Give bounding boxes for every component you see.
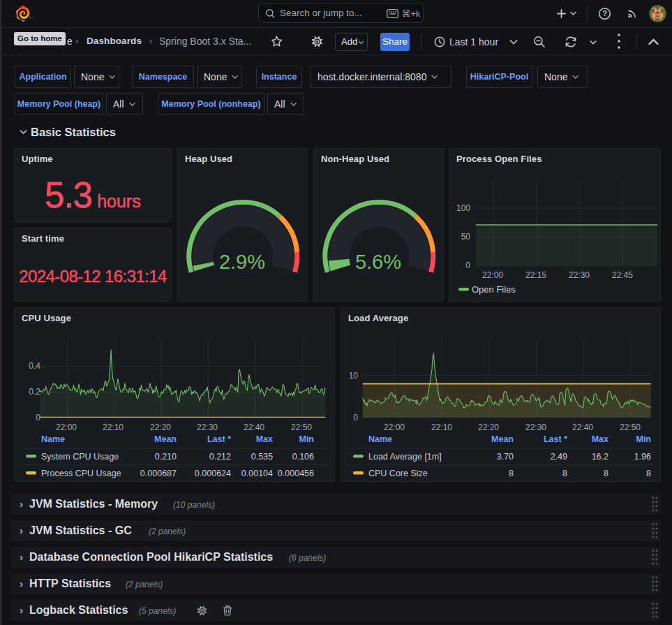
svg-text:5.6%: 5.6% (355, 251, 401, 273)
svg-text:?: ? (602, 9, 607, 17)
svg-text:2.9%: 2.9% (219, 251, 265, 273)
